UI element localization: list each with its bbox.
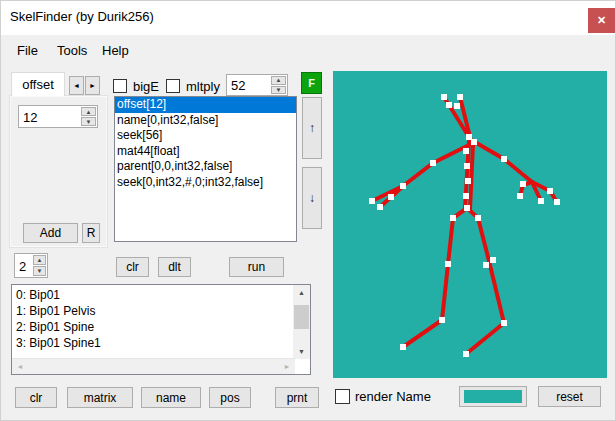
pos-label: pos (220, 391, 239, 405)
reset-button[interactable]: reset (538, 386, 601, 407)
arrow-right-icon: ► (89, 82, 96, 89)
bone-list-item[interactable]: 3: Bip01 Spine1 (13, 335, 292, 351)
field-list-item[interactable]: parent[0,0,int32,false] (115, 159, 296, 175)
index-spinner[interactable]: 2 ▲ ▼ (14, 253, 48, 278)
spin-up-icon[interactable]: ▲ (81, 107, 96, 116)
render-name-checkbox[interactable] (335, 389, 350, 404)
matrix-button[interactable]: matrix (67, 387, 133, 408)
scroll-right-icon[interactable]: ► (279, 359, 295, 374)
vertical-scrollbar[interactable]: ▲ ▼ (293, 285, 310, 359)
reset-label: reset (556, 390, 583, 404)
offset-spinner[interactable]: 12 ▲ ▼ (18, 105, 98, 128)
close-icon: ✕ (597, 14, 606, 27)
clr-fields-button[interactable]: clr (116, 257, 149, 277)
spin-down-icon[interactable]: ▼ (81, 117, 96, 126)
bigE-checkbox[interactable] (113, 79, 127, 93)
bone-list-item[interactable]: 1: Bip01 Pelvis (13, 303, 292, 319)
f-button-label: F (308, 77, 315, 89)
window-title: SkelFinder (by Durik256) (10, 9, 154, 24)
arrow-down-icon: ↓ (309, 191, 315, 205)
close-button[interactable]: ✕ (588, 8, 615, 33)
horizontal-scrollbar[interactable]: ◄ ► (12, 358, 295, 374)
scroll-up-icon[interactable]: ▲ (293, 285, 310, 300)
matrix-label: matrix (84, 391, 117, 405)
offset-spinner-buttons[interactable]: ▲ ▼ (81, 107, 96, 126)
r-button[interactable]: R (82, 223, 100, 243)
field-list-item[interactable]: mat44[float] (115, 144, 296, 160)
mltply-checkbox[interactable] (166, 79, 180, 93)
tab-scroll-right-button[interactable]: ► (85, 76, 100, 95)
mltply-label: mltply (186, 79, 220, 94)
spin-up-icon[interactable]: ▲ (33, 255, 46, 265)
add-button[interactable]: Add (23, 223, 78, 243)
title-bar: SkelFinder (by Durik256) ✕ (1, 1, 616, 35)
bone-list-item[interactable]: 2: Bip01 Spine (13, 319, 292, 335)
field-list-item[interactable]: name[0,int32,false] (115, 113, 296, 129)
spin-up-icon[interactable]: ▲ (271, 76, 286, 85)
menu-help[interactable]: Help (102, 43, 129, 58)
index-value: 2 (19, 259, 26, 274)
name-label: name (156, 391, 186, 405)
color-swatch (464, 390, 522, 403)
run-label: run (248, 260, 265, 274)
spin-down-icon[interactable]: ▼ (33, 266, 46, 276)
tab-scroll-left-button[interactable]: ◄ (69, 76, 84, 95)
scroll-left-icon[interactable]: ◄ (12, 359, 28, 374)
count-spinner[interactable]: 52 ▲ ▼ (226, 74, 288, 96)
render-name-label: render Name (355, 389, 431, 404)
background-color-button[interactable] (459, 386, 527, 407)
prnt-label: prnt (287, 391, 308, 405)
offset-value: 12 (23, 110, 37, 125)
prnt-button[interactable]: prnt (275, 387, 319, 408)
bone-list[interactable]: 0: Bip01 1: Bip01 Pelvis 2: Bip01 Spine … (11, 284, 311, 375)
dlt-button[interactable]: dlt (158, 257, 191, 277)
clr-label: clr (30, 391, 43, 405)
menu-file[interactable]: File (17, 43, 38, 58)
clr-fields-label: clr (126, 260, 139, 274)
spin-down-icon[interactable]: ▼ (271, 86, 286, 95)
add-button-label: Add (40, 226, 61, 240)
f-button[interactable]: F (301, 72, 322, 94)
move-up-button[interactable]: ↑ (302, 97, 322, 159)
bone-list-item[interactable]: 0: Bip01 (13, 287, 292, 303)
move-down-button[interactable]: ↓ (302, 167, 322, 229)
arrow-up-icon: ↑ (309, 121, 315, 135)
scrollbar-thumb[interactable] (294, 305, 309, 329)
field-list[interactable]: offset[12] name[0,int32,false] seek[56] … (114, 96, 297, 242)
bigE-label: bigE (133, 79, 159, 94)
skeleton-drawing (333, 71, 607, 378)
field-list-item[interactable]: offset[12] (115, 97, 296, 113)
field-list-item[interactable]: seek[0,int32,#,0;int32,false] (115, 175, 296, 191)
name-button[interactable]: name (141, 387, 201, 408)
menu-tools[interactable]: Tools (57, 43, 87, 58)
r-button-label: R (87, 226, 96, 240)
tab-offset[interactable]: offset (11, 72, 65, 96)
pos-button[interactable]: pos (209, 387, 251, 408)
index-spinner-buttons[interactable]: ▲ ▼ (33, 255, 46, 276)
skeleton-viewport[interactable] (333, 71, 607, 378)
run-button[interactable]: run (229, 257, 284, 277)
menu-bar: File Tools Help (1, 35, 616, 65)
count-value: 52 (231, 78, 245, 93)
field-list-item[interactable]: seek[56] (115, 128, 296, 144)
scroll-down-icon[interactable]: ▼ (293, 344, 310, 359)
arrow-left-icon: ◄ (73, 82, 80, 89)
count-spinner-buttons[interactable]: ▲ ▼ (271, 76, 286, 94)
app-window: SkelFinder (by Durik256) ✕ File Tools He… (0, 0, 616, 421)
tab-offset-label: offset (22, 77, 54, 92)
dlt-label: dlt (168, 260, 181, 274)
clr-button[interactable]: clr (15, 387, 57, 408)
